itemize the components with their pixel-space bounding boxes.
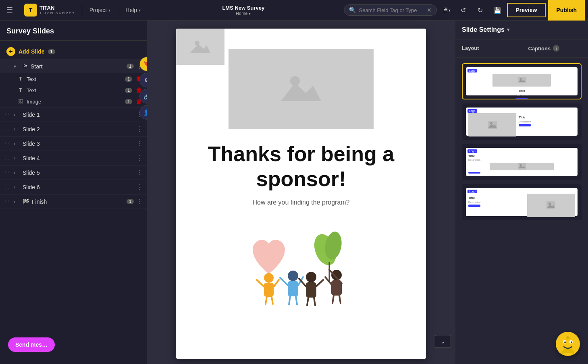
floating-tools: 🔖 ⚙ 🔗 👤 [139, 57, 147, 120]
finish-flag-icon: 🏁 [23, 199, 29, 205]
svg-line-29 [325, 277, 331, 284]
panel-header-title: Slide Settings [462, 26, 505, 33]
right-panel: Slide Settings ▾ Layout Captions i Logo [455, 21, 588, 364]
drag-handle-finish[interactable]: ⋮⋮ [2, 199, 11, 204]
settings-tool-btn[interactable]: ⚙ [139, 73, 147, 87]
project-menu[interactable]: Project ▾ [84, 4, 116, 16]
sub-item-text-2[interactable]: T Text 1 🗑 [0, 85, 147, 96]
svg-point-15 [288, 271, 298, 281]
captions-info-icon: i [553, 45, 559, 52]
slide3-more-icon[interactable]: ⋮ [136, 140, 143, 147]
redo-btn[interactable]: ↻ [473, 3, 488, 17]
sidebar-item-finish[interactable]: ⋮⋮ › 🏁 Finish 1 ⋮ [0, 194, 147, 209]
expand-icon-slide6[interactable]: › [14, 184, 20, 190]
bottom-chevron-btn[interactable]: ⌄ [435, 335, 451, 348]
layout-thumb-2[interactable]: Logo Title Description [462, 103, 582, 140]
drag-handle-slide4[interactable]: ⋮⋮ [2, 156, 11, 160]
layout-thumb-1[interactable]: Logo Title Description [462, 63, 582, 99]
send-message-button[interactable]: Send mes… [8, 337, 55, 352]
expand-icon-slide4[interactable]: › [14, 155, 20, 161]
expand-icon-slide2[interactable]: › [14, 126, 20, 132]
svg-rect-53 [561, 351, 564, 354]
save-btn[interactable]: 💾 [490, 3, 505, 17]
settings-icon: ⚙ [144, 77, 148, 83]
slide-group-finish: ⋮⋮ › 🏁 Finish 1 ⋮ [0, 194, 147, 209]
sidebar-item-slide4[interactable]: ⋮⋮ › Slide 4 ⋮ [0, 151, 147, 165]
layout-thumb-4[interactable]: Logo Title Description [462, 184, 582, 220]
slide-canvas[interactable]: Thanks for being a sponsor! How are you … [176, 29, 426, 359]
hamburger-menu[interactable]: ☰ [0, 0, 19, 21]
sub-item-image[interactable]: 🖼 Image 1 🗑 [0, 96, 147, 107]
chevron-down-icon: ⌄ [440, 338, 445, 345]
small-image-placeholder [176, 29, 224, 65]
thumb3-img [490, 163, 554, 170]
expand-icon-slide3[interactable]: › [14, 141, 20, 147]
svg-rect-33 [518, 77, 526, 83]
drag-handle-icon[interactable]: ⋮⋮ [2, 64, 11, 68]
top-navigation: ☰ T TITAN TITAN SURVEY Project ▾ Help ▾ … [0, 0, 588, 21]
preview-button[interactable]: Preview [507, 3, 546, 17]
sidebar-item-slide5[interactable]: ⋮⋮ › Slide 5 ⋮ [0, 165, 147, 180]
svg-line-26 [314, 298, 315, 305]
panel-header-chevron-icon: ▾ [507, 27, 509, 33]
svg-rect-39 [518, 163, 526, 170]
svg-rect-52 [563, 349, 573, 353]
sidebar-item-slide2[interactable]: ⋮⋮ › Slide 2 ⋮ [0, 122, 147, 136]
bookmark-icon: 🔖 [143, 61, 148, 67]
finish-more-icon[interactable]: ⋮ [136, 198, 143, 205]
image-icon: 🖼 [17, 99, 24, 104]
hamburger-icon: ☰ [6, 6, 13, 14]
captions-section-label: Captions [528, 46, 551, 52]
add-slide-button[interactable]: + Add Slide 1 [0, 44, 147, 59]
add-slide-badge: 1 [48, 49, 55, 54]
layout-thumb-3[interactable]: Logo Title Description [462, 144, 582, 180]
publish-button[interactable]: Publish [548, 0, 585, 21]
slide6-more-icon[interactable]: ⋮ [136, 183, 143, 191]
device-selector-btn[interactable]: 🖥 ▾ [439, 3, 454, 17]
expand-icon-start[interactable]: ▾ [14, 64, 20, 69]
sub-item-text-1[interactable]: T Text 1 🗑 [0, 73, 147, 85]
bookmark-tool-btn[interactable]: 🔖 [139, 57, 147, 71]
drag-handle-slide6[interactable]: ⋮⋮ [2, 185, 11, 189]
help-menu[interactable]: Help ▾ [120, 4, 146, 16]
slide-main-text: Thanks for being a sponsor! [176, 129, 426, 196]
slide5-more-icon[interactable]: ⋮ [136, 169, 143, 176]
slide-group-3: ⋮⋮ › Slide 3 ⋮ [0, 136, 147, 151]
slide-group-start: ⋮⋮ ▾ 🏳 Start 1 ⋮ T Text 1 🗑 T Text [0, 59, 147, 108]
canvas-area: Thanks for being a sponsor! How are you … [147, 21, 455, 364]
person-tool-btn[interactable]: 👤 [139, 105, 147, 120]
undo-icon: ↺ [461, 6, 466, 14]
slide-sub-text: How are you finding the program? [236, 196, 366, 209]
drag-handle-slide3[interactable]: ⋮⋮ [2, 141, 11, 146]
panel-header[interactable]: Slide Settings ▾ [455, 21, 588, 39]
search-bar[interactable]: 🔍 ✕ [344, 4, 437, 16]
svg-line-31 [332, 296, 334, 303]
svg-line-19 [289, 296, 290, 304]
survey-title-area[interactable]: LMS New Survey Home ▾ [146, 5, 340, 16]
sidebar-item-slide6[interactable]: ⋮⋮ › Slide 6 ⋮ [0, 180, 147, 194]
sidebar-item-slide1[interactable]: ⋮⋮ › Slide 1 ⋮ [0, 108, 147, 122]
project-chevron-icon: ▾ [108, 8, 110, 12]
drag-handle-slide2[interactable]: ⋮⋮ [2, 127, 11, 131]
drag-handle-slide1[interactable]: ⋮⋮ [2, 112, 11, 117]
search-clear-icon[interactable]: ✕ [427, 7, 432, 13]
link-icon: 🔗 [143, 93, 148, 99]
slide4-more-icon[interactable]: ⋮ [136, 154, 143, 162]
expand-icon-finish[interactable]: › [14, 199, 20, 205]
device-icon: 🖥 [442, 6, 449, 14]
logo[interactable]: T TITAN TITAN SURVEY [19, 4, 80, 17]
link-tool-btn[interactable]: 🔗 [139, 89, 147, 103]
finish-badge: 1 [127, 199, 134, 204]
helper-bot[interactable] [556, 332, 580, 356]
svg-rect-22 [306, 282, 316, 298]
slide2-more-icon[interactable]: ⋮ [136, 125, 143, 133]
expand-icon-slide5[interactable]: › [14, 170, 20, 176]
sidebar-item-slide3[interactable]: ⋮⋮ › Slide 3 ⋮ [0, 136, 147, 151]
layout-section-label: Layout [462, 45, 479, 51]
expand-icon-slide1[interactable]: › [14, 112, 20, 118]
help-chevron-icon: ▾ [139, 8, 141, 12]
sidebar-item-start[interactable]: ⋮⋮ ▾ 🏳 Start 1 ⋮ [0, 59, 147, 73]
drag-handle-slide5[interactable]: ⋮⋮ [2, 170, 11, 175]
undo-btn[interactable]: ↺ [456, 3, 471, 17]
search-input[interactable] [359, 7, 424, 13]
